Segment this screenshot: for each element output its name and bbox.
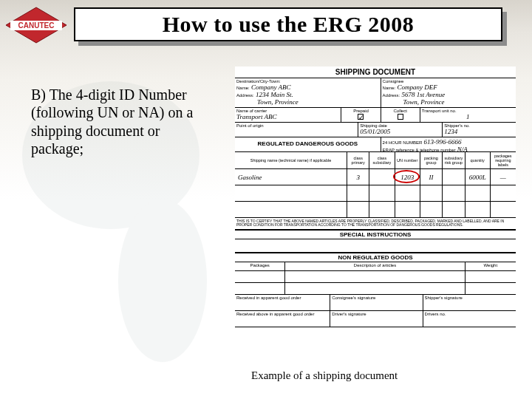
item-name: Gasoline (238, 174, 262, 181)
consignee-name: Company DEF (398, 83, 437, 91)
canutec-logo: CANUTEC (4, 6, 68, 44)
svg-point-1 (118, 200, 207, 362)
doc-header: SHIPPING DOCUMENT (235, 66, 516, 78)
un-number: 1203 (400, 174, 414, 181)
special-instructions-bar: SPECIAL INSTRUCTIONS (235, 230, 516, 239)
figure-caption: Example of a shipping document (251, 369, 398, 382)
body-paragraph: B) The 4-digit ID Number (following UN o… (31, 86, 201, 158)
shipping-document: SHIPPING DOCUMENT Destination/City-Town:… (235, 66, 516, 362)
logo-text: CANUTEC (18, 21, 55, 30)
non-regulated-bar: NON REGULATED GOODS (235, 253, 516, 262)
emergency-number: 613-996-6666 (424, 138, 462, 146)
slide: CANUTEC How to use the ERG 2008 B) The 4… (0, 0, 532, 399)
slide-title: How to use the ERG 2008 (163, 12, 415, 37)
rdg-row-empty (235, 202, 516, 218)
ship-date: 05/01/2005 (360, 128, 440, 135)
shipper-name: Company ABC (251, 83, 291, 91)
title-bar: How to use the ERG 2008 (74, 7, 502, 41)
rdg-row: Gasoline 3 1203 II 6000L — (235, 169, 516, 185)
rdg-columns: Shipping name (technical name) if applic… (235, 152, 516, 169)
rdg-bar: REGULATED DANGEROUS GOODS (235, 137, 381, 151)
rdg-row-empty (235, 185, 516, 202)
carrier-name: Transport ABC (236, 113, 339, 120)
certification-text: THIS IS TO CERTIFY THAT THE ABOVE NAMED … (235, 218, 516, 230)
